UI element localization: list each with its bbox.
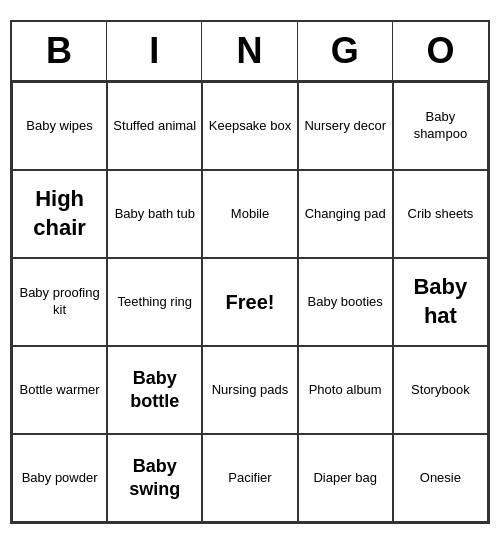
bingo-cell[interactable]: Baby powder	[12, 434, 107, 522]
bingo-header: BINGO	[12, 22, 488, 82]
bingo-cell[interactable]: Storybook	[393, 346, 488, 434]
bingo-cell[interactable]: Changing pad	[298, 170, 393, 258]
bingo-cell[interactable]: Photo album	[298, 346, 393, 434]
bingo-card: BINGO Baby wipesStuffed animalKeepsake b…	[10, 20, 490, 524]
bingo-cell[interactable]: Baby hat	[393, 258, 488, 346]
bingo-cell[interactable]: Baby swing	[107, 434, 202, 522]
bingo-cell[interactable]: Bottle warmer	[12, 346, 107, 434]
bingo-cell[interactable]: High chair	[12, 170, 107, 258]
bingo-cell[interactable]: Baby booties	[298, 258, 393, 346]
header-letter: B	[12, 22, 107, 80]
header-letter: O	[393, 22, 488, 80]
bingo-cell[interactable]: Mobile	[202, 170, 297, 258]
bingo-cell[interactable]: Baby proofing kit	[12, 258, 107, 346]
bingo-cell[interactable]: Baby wipes	[12, 82, 107, 170]
bingo-cell[interactable]: Pacifier	[202, 434, 297, 522]
bingo-cell[interactable]: Baby bottle	[107, 346, 202, 434]
bingo-cell[interactable]: Nursing pads	[202, 346, 297, 434]
bingo-cell[interactable]: Baby shampoo	[393, 82, 488, 170]
bingo-cell[interactable]: Crib sheets	[393, 170, 488, 258]
bingo-grid: Baby wipesStuffed animalKeepsake boxNurs…	[12, 82, 488, 522]
bingo-cell[interactable]: Diaper bag	[298, 434, 393, 522]
bingo-cell[interactable]: Free!	[202, 258, 297, 346]
header-letter: I	[107, 22, 202, 80]
bingo-cell[interactable]: Baby bath tub	[107, 170, 202, 258]
header-letter: G	[298, 22, 393, 80]
header-letter: N	[202, 22, 297, 80]
bingo-cell[interactable]: Stuffed animal	[107, 82, 202, 170]
bingo-cell[interactable]: Teething ring	[107, 258, 202, 346]
bingo-cell[interactable]: Nursery decor	[298, 82, 393, 170]
bingo-cell[interactable]: Keepsake box	[202, 82, 297, 170]
bingo-cell[interactable]: Onesie	[393, 434, 488, 522]
